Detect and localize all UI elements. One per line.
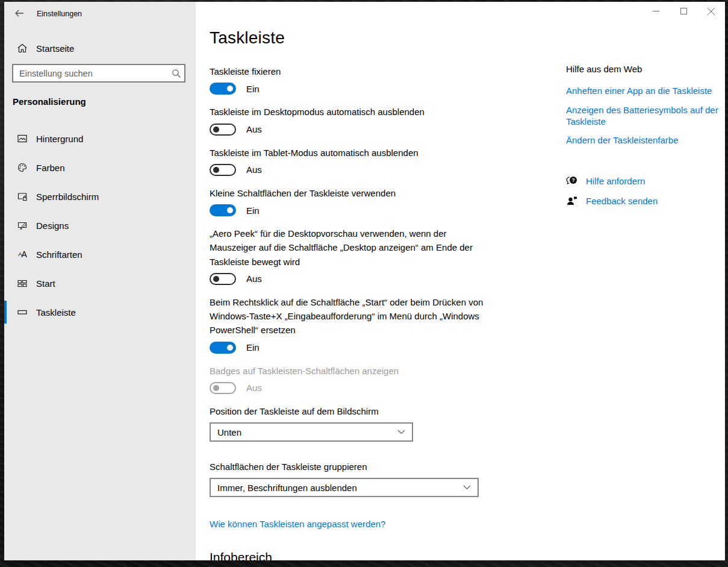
toggle-powershell[interactable] [210, 342, 236, 354]
sidebar-item-label: Farben [36, 163, 65, 173]
close-icon [708, 8, 715, 15]
minimize-button[interactable] [642, 2, 670, 20]
settings-window: Einstellungen Startseite Personalisierun… [4, 2, 725, 560]
person-feedback-icon [566, 195, 578, 207]
toggle-state: Ein [246, 84, 260, 94]
sidebar-item-sperrbildschirm[interactable]: Sperrbildschirm [4, 182, 196, 211]
window-controls [642, 2, 725, 20]
sidebar-item-label: Schriftarten [36, 249, 82, 260]
maximize-button[interactable] [670, 2, 697, 20]
sidebar-item-hintergrund[interactable]: Hintergrund [4, 124, 196, 153]
search-box[interactable] [12, 64, 185, 83]
toggle-aero-peek[interactable] [210, 273, 236, 285]
setting-badges: Badges auf Taskleisten-Schaltflächen anz… [210, 364, 494, 394]
toggle-state: Aus [246, 383, 262, 393]
help-panel: Hilfe aus dem Web Anheften einer App an … [566, 64, 719, 215]
notification-area-heading: Infobereich [210, 550, 494, 560]
svg-text:?: ? [571, 177, 574, 183]
sidebar-section-heading: Personalisierung [13, 96, 86, 107]
lock-screen-icon [17, 191, 28, 202]
toggle-state: Aus [246, 124, 262, 134]
setting-autohide-tablet: Taskleiste im Tablet-Modus automatisch a… [210, 146, 494, 176]
feedback-link[interactable]: Feedback senden [586, 196, 658, 206]
sidebar-item-schriftarten[interactable]: AA Schriftarten [4, 240, 196, 269]
toggle-state: Aus [246, 274, 262, 284]
toggle-small-buttons[interactable] [210, 204, 236, 216]
page-title: Taskleiste [210, 28, 494, 48]
help-link-battery-icon[interactable]: Anzeigen des Batteriesymbols auf der Tas… [566, 105, 719, 128]
home-icon [17, 43, 28, 54]
toggle-lock-taskbar[interactable] [210, 83, 236, 95]
sidebar-home-label: Startseite [36, 43, 74, 54]
maximize-icon [680, 8, 687, 14]
start-tiles-icon [17, 278, 28, 289]
palette-icon [17, 162, 28, 173]
setting-autohide-desktop: Taskleiste im Desktopmodus automatisch a… [210, 105, 494, 135]
sidebar-item-label: Taskleiste [36, 307, 76, 318]
toggle-state: Ein [246, 205, 260, 216]
main-panel: Taskleiste Taskleiste fixieren Ein Taskl… [196, 2, 725, 560]
sidebar-item-start[interactable]: Start [4, 269, 196, 298]
toggle-state: Aus [246, 164, 262, 175]
taskbar-icon [17, 307, 28, 318]
back-button[interactable] [9, 4, 30, 22]
sidebar-item-farben[interactable]: Farben [4, 153, 196, 182]
dropdown-value: Unten [217, 427, 241, 437]
get-help-link[interactable]: Hilfe anfordern [586, 176, 645, 186]
image-icon [17, 133, 28, 144]
chevron-down-icon [397, 430, 405, 434]
help-heading: Hilfe aus dem Web [566, 64, 719, 74]
help-link-pin-app[interactable]: Anheften einer App an die Taskleiste [566, 86, 719, 97]
sidebar: Einstellungen Startseite Personalisierun… [4, 2, 196, 560]
search-input[interactable] [13, 69, 169, 78]
dropdown-value: Immer, Beschriftungen ausblenden [217, 483, 357, 493]
search-icon[interactable] [169, 69, 184, 78]
feedback-row[interactable]: Feedback senden [566, 195, 719, 207]
sidebar-item-label: Hintergrund [36, 134, 83, 144]
sidebar-item-label: Start [36, 278, 55, 289]
chat-question-icon: ? [566, 175, 578, 187]
sidebar-item-home[interactable]: Startseite [11, 37, 191, 60]
setting-combine-buttons: Schaltflächen der Taskleiste gruppieren … [210, 460, 494, 497]
sidebar-item-designs[interactable]: Designs [4, 211, 196, 240]
toggle-autohide-desktop[interactable] [210, 124, 236, 136]
app-title: Einstellungen [37, 10, 82, 18]
minimize-icon [653, 8, 659, 14]
sidebar-nav: Hintergrund Farben Sperrbildschi [4, 124, 196, 327]
setting-lock-taskbar: Taskleiste fixieren Ein [210, 64, 494, 95]
setting-taskbar-position: Position der Taskleiste auf dem Bildschi… [210, 404, 494, 442]
close-button[interactable] [697, 2, 725, 20]
themes-pen-icon [17, 220, 28, 231]
chevron-down-icon [463, 485, 471, 490]
get-help-row[interactable]: ? Hilfe anfordern [566, 175, 719, 187]
toggle-badges [210, 382, 236, 394]
sidebar-item-label: Designs [36, 221, 69, 231]
back-arrow-icon [14, 8, 25, 19]
toggle-state: Ein [246, 342, 260, 352]
sidebar-item-taskleiste[interactable]: Taskleiste [4, 298, 196, 327]
combine-buttons-dropdown[interactable]: Immer, Beschriftungen ausblenden [210, 478, 479, 497]
help-link-taskbar-color[interactable]: Ändern der Taskleistenfarbe [566, 135, 719, 146]
toggle-autohide-tablet[interactable] [210, 164, 236, 176]
taskbar-position-dropdown[interactable]: Unten [210, 422, 413, 442]
setting-small-buttons: Kleine Schaltflächen der Taskleiste verw… [210, 186, 494, 216]
sidebar-item-label: Sperrbildschirm [36, 192, 99, 202]
setting-powershell: Beim Rechtsklick auf die Schaltfläche „S… [210, 295, 494, 354]
settings-content: Taskleiste Taskleiste fixieren Ein Taskl… [210, 28, 494, 560]
customize-taskbars-link[interactable]: Wie können Taskleisten angepasst werden? [210, 519, 385, 529]
setting-aero-peek: „Aero Peek“ für die Desktopvorschau verw… [210, 227, 494, 285]
fonts-aa-icon: AA [17, 249, 28, 260]
